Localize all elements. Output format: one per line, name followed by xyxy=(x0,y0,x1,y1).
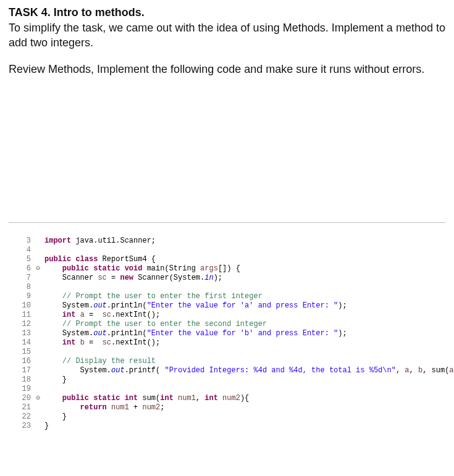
code-line: 13 System.out.println("Enter the value f… xyxy=(14,329,445,338)
code-line: 12 // Prompt the user to enter the secon… xyxy=(14,320,445,329)
line-number: 11 xyxy=(14,311,36,320)
line-number: 4 xyxy=(14,246,36,255)
code-line: 10 System.out.println("Enter the value f… xyxy=(14,301,445,311)
code-line: 3import java.util.Scanner; xyxy=(14,236,445,246)
code-content xyxy=(44,348,445,357)
code-line: 17 System.out.printf( "Provided Integers… xyxy=(14,366,445,375)
line-number: 23 xyxy=(14,422,36,431)
fold-icon xyxy=(36,385,44,394)
code-content: System.out.println("Enter the value for … xyxy=(44,301,445,311)
code-line: 4 xyxy=(14,246,445,255)
code-line: 14 int b = sc.nextInt(); xyxy=(14,338,445,348)
line-number: 3 xyxy=(14,236,36,246)
code-line: 21 return num1 + num2; xyxy=(14,403,445,412)
line-number: 5 xyxy=(14,255,36,264)
code-line: 22 } xyxy=(14,412,445,422)
code-content: // Display the result xyxy=(44,357,445,366)
fold-icon xyxy=(36,320,44,329)
task-heading: TASK 4. Intro to methods. xyxy=(9,6,445,19)
code-content: return num1 + num2; xyxy=(44,403,445,412)
code-line: 23} xyxy=(14,422,445,431)
code-content xyxy=(44,283,445,292)
task-description: To simplify the task, we came out with t… xyxy=(9,20,445,51)
code-content: import java.util.Scanner; xyxy=(44,236,445,246)
fold-icon xyxy=(36,311,44,320)
fold-icon xyxy=(36,301,44,311)
code-content: System.out.println("Enter the value for … xyxy=(44,329,445,338)
code-content xyxy=(44,246,445,255)
code-line: 19 xyxy=(14,385,445,394)
fold-icon xyxy=(36,357,44,366)
code-content: } xyxy=(44,412,445,422)
document-page: TASK 4. Intro to methods. To simplify th… xyxy=(0,0,454,442)
line-number: 10 xyxy=(14,301,36,311)
code-content: int a = sc.nextInt(); xyxy=(44,311,445,320)
code-content: Scanner sc = new Scanner(System.in); xyxy=(44,273,445,283)
line-number: 13 xyxy=(14,329,36,338)
line-number: 21 xyxy=(14,403,36,412)
fold-icon[interactable]: ⊖ xyxy=(36,264,44,273)
line-number: 12 xyxy=(14,320,36,329)
code-content: public class ReportSum4 { xyxy=(44,255,445,264)
code-content: System.out.printf( "Provided Integers: %… xyxy=(44,366,454,375)
fold-icon xyxy=(36,292,44,301)
line-number: 15 xyxy=(14,348,36,357)
code-content xyxy=(44,385,445,394)
line-number: 18 xyxy=(14,375,36,385)
fold-icon xyxy=(36,348,44,357)
fold-icon xyxy=(36,246,44,255)
code-content: public static int sum(int num1, int num2… xyxy=(44,394,445,403)
fold-icon xyxy=(36,236,44,246)
code-line: 7 Scanner sc = new Scanner(System.in); xyxy=(14,273,445,283)
code-content: public static void main(String args[]) { xyxy=(44,264,445,273)
line-number: 19 xyxy=(14,385,36,394)
fold-icon[interactable]: ⊖ xyxy=(36,394,44,403)
fold-icon xyxy=(36,422,44,431)
fold-icon xyxy=(36,366,44,375)
line-number: 16 xyxy=(14,357,36,366)
code-line: 8 xyxy=(14,283,445,292)
line-number: 17 xyxy=(14,366,36,375)
fold-icon xyxy=(36,283,44,292)
fold-icon xyxy=(36,403,44,412)
line-number: 20 xyxy=(14,394,36,403)
line-number: 9 xyxy=(14,292,36,301)
fold-icon xyxy=(36,412,44,422)
fold-icon xyxy=(36,273,44,283)
fold-icon xyxy=(36,338,44,348)
horizontal-divider xyxy=(9,222,445,223)
line-number: 22 xyxy=(14,412,36,422)
fold-icon xyxy=(36,255,44,264)
fold-icon xyxy=(36,329,44,338)
code-content: int b = sc.nextInt(); xyxy=(44,338,445,348)
line-number: 6 xyxy=(14,264,36,273)
code-line: 11 int a = sc.nextInt(); xyxy=(14,311,445,320)
code-line: 5public class ReportSum4 { xyxy=(14,255,445,264)
code-content: } xyxy=(44,422,445,431)
task-review: Review Methods, Implement the following … xyxy=(9,62,445,77)
line-number: 14 xyxy=(14,338,36,348)
code-line: 18 } xyxy=(14,375,445,385)
code-content: // Prompt the user to enter the second i… xyxy=(44,320,445,329)
whitespace-gap xyxy=(9,80,445,222)
code-line: 9 // Prompt the user to enter the first … xyxy=(14,292,445,301)
line-number: 7 xyxy=(14,273,36,283)
code-content: } xyxy=(44,375,445,385)
code-line: 6⊖ public static void main(String args[]… xyxy=(14,264,445,273)
code-block: 3import java.util.Scanner;45public class… xyxy=(9,236,445,431)
fold-icon xyxy=(36,375,44,385)
code-content: // Prompt the user to enter the first in… xyxy=(44,292,445,301)
code-line: 15 xyxy=(14,348,445,357)
code-line: 20⊖ public static int sum(int num1, int … xyxy=(14,394,445,403)
code-line: 16 // Display the result xyxy=(14,357,445,366)
line-number: 8 xyxy=(14,283,36,292)
